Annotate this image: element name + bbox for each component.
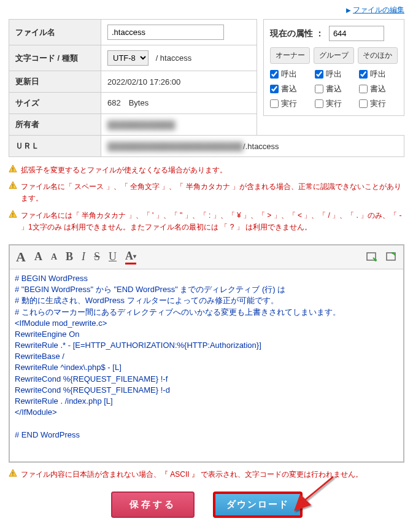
svg-text:!: ! <box>12 183 14 189</box>
perm-checkbox-input[interactable] <box>315 70 323 79</box>
svg-point-4 <box>374 259 377 261</box>
warning-text: ファイル名に「 スペース 」、「 全角文字 」、「 半角カタカナ 」が含まれる場… <box>21 181 404 204</box>
insert-icon-2[interactable] <box>386 252 397 262</box>
perm-label: 書込 <box>326 83 342 94</box>
italic-icon[interactable]: I <box>82 250 85 263</box>
font-size-medium-icon[interactable]: A <box>34 250 42 263</box>
file-content-editor[interactable] <box>10 269 403 460</box>
save-button[interactable]: 保存する <box>111 492 195 518</box>
label-size: サイズ <box>9 93 101 114</box>
top-link: ▶ ファイルの編集 <box>9 5 404 15</box>
insert-icon-1[interactable] <box>366 252 377 262</box>
perm-label: 実行 <box>281 98 297 109</box>
strike-icon[interactable]: S <box>94 250 100 263</box>
perm-checkbox[interactable]: 呼出 <box>359 69 398 80</box>
download-button[interactable]: ダウンロード <box>213 492 303 518</box>
warning-item: !ファイル名には「 半角カタカナ 」、「 ' 」、「 " 」、「 : 」、「 ¥… <box>9 210 404 233</box>
perm-label: 呼出 <box>326 69 342 80</box>
perm-label: 呼出 <box>370 69 386 80</box>
label-updated: 更新日 <box>9 71 101 93</box>
warning-icon: ! <box>9 164 17 173</box>
underline-icon[interactable]: U <box>109 250 117 263</box>
label-charset: 文字コード / 種類 <box>9 45 101 71</box>
filetype-text: / htaccess <box>156 53 192 63</box>
perm-label: 呼出 <box>281 69 297 80</box>
perm-header-owner[interactable]: オーナー <box>270 47 310 64</box>
perm-label: 書込 <box>370 83 386 94</box>
label-url: ＵＲＬ <box>9 136 101 157</box>
font-size-large-icon[interactable]: A <box>16 249 26 265</box>
value-updated: 2022/02/10 17:26:00 <box>101 71 257 93</box>
perm-checkbox-input[interactable] <box>270 70 279 79</box>
editor-toolbar: A A A B I S U A▾ <box>10 245 403 269</box>
attributes-panel: 現在の属性 ： オーナー グループ そのほか 呼出呼出呼出書込書込書込実行実行実… <box>263 19 404 116</box>
charset-select[interactable]: UTF-8 <box>107 50 149 66</box>
warning-item: !ファイル名に「 スペース 」、「 全角文字 」、「 半角カタカナ 」が含まれる… <box>9 181 404 204</box>
perm-checkbox[interactable]: 呼出 <box>315 69 353 80</box>
value-url: ████████████████████████/.htaccess <box>101 136 404 157</box>
attr-title: 現在の属性 ： <box>270 28 324 39</box>
bold-icon[interactable]: B <box>66 250 73 263</box>
filename-input[interactable] <box>107 25 224 40</box>
perm-checkbox[interactable]: 書込 <box>359 83 398 94</box>
perm-checkbox-input[interactable] <box>359 85 368 93</box>
edit-file-link[interactable]: ファイルの編集 <box>353 6 404 14</box>
font-size-small-icon[interactable]: A <box>51 252 57 262</box>
perm-checkbox[interactable]: 実行 <box>270 98 309 109</box>
perm-label: 書込 <box>281 83 297 94</box>
perm-checkbox-input[interactable] <box>359 70 368 79</box>
svg-text:!: ! <box>12 166 14 172</box>
perm-header-other[interactable]: そのほか <box>358 47 398 64</box>
perm-checkbox[interactable]: 呼出 <box>270 69 309 80</box>
warning-icon: ! <box>9 469 17 477</box>
perm-checkbox[interactable]: 書込 <box>315 83 353 94</box>
warning-text: ファイル内容に日本語が含まれない場合、『 ASCII 』 で表示され、文字コード… <box>21 469 363 480</box>
warning-text: ファイル名には「 半角カタカナ 」、「 ' 」、「 " 」、「 : 」、「 ¥ … <box>21 210 404 233</box>
perm-checkbox[interactable]: 書込 <box>270 83 309 94</box>
editor-panel: A A A B I S U A▾ <box>9 244 404 463</box>
perm-label: 実行 <box>370 98 386 109</box>
warning-icon: ! <box>9 181 17 190</box>
label-owner: 所有者 <box>9 114 101 136</box>
label-filename: ファイル名 <box>9 20 101 45</box>
url-table: ＵＲＬ ████████████████████████/.htaccess <box>9 135 404 157</box>
perm-checkbox-input[interactable] <box>315 85 323 93</box>
font-color-icon[interactable]: A▾ <box>125 250 136 264</box>
warning-item: !拡張子を変更するとファイルが使えなくなる場合があります。 <box>9 164 404 176</box>
warning-item: ! ファイル内容に日本語が含まれない場合、『 ASCII 』 で表示され、文字コ… <box>9 469 404 480</box>
value-owner: ████████████ <box>101 114 257 136</box>
perm-checkbox[interactable]: 実行 <box>315 98 353 109</box>
svg-text:!: ! <box>12 211 14 217</box>
perm-checkbox-input[interactable] <box>270 99 279 108</box>
perm-label: 実行 <box>326 98 342 109</box>
perm-checkbox-input[interactable] <box>270 85 279 93</box>
file-info-table: ファイル名 文字コード / 種類 UTF-8 / htaccess 更新日 20… <box>9 19 257 136</box>
perm-header-group[interactable]: グループ <box>314 47 353 64</box>
perm-checkbox-input[interactable] <box>315 99 323 108</box>
triangle-icon: ▶ <box>346 7 351 13</box>
perm-checkbox[interactable]: 実行 <box>359 98 398 109</box>
warning-icon: ! <box>9 210 17 218</box>
perm-checkbox-input[interactable] <box>359 99 368 108</box>
attr-value-input[interactable] <box>329 26 384 41</box>
value-size: 682 Bytes <box>101 93 257 114</box>
warning-text: 拡張子を変更するとファイルが使えなくなる場合があります。 <box>21 164 227 176</box>
svg-text:!: ! <box>12 470 14 476</box>
